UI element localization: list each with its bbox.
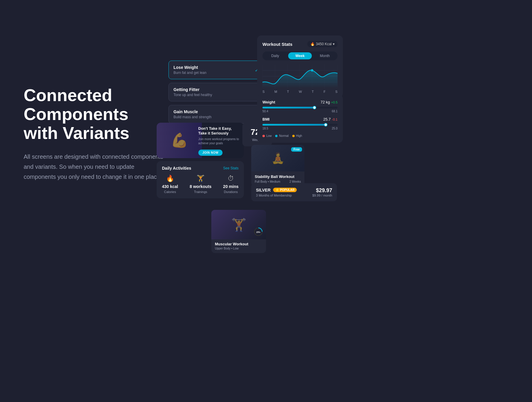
bmi-legend: Low Normal High <box>262 134 338 137</box>
muscular-workout-info: Muscular Workout Upper Body • Low <box>211 239 266 253</box>
star-icon: ⭐ <box>275 188 279 192</box>
bmi-range: 18.5 25.0 <box>262 127 338 130</box>
goal-card-gain-muscle[interactable]: Gain Muscle Build mass and strength <box>168 105 263 124</box>
muscular-workout-title: Muscular Workout <box>215 242 262 246</box>
tab-month[interactable]: Month <box>313 52 337 59</box>
weight-range: 50.4 68.1 <box>262 110 338 113</box>
legend-dot-low <box>262 135 265 137</box>
stability-category: Full Body • Medium <box>255 180 280 183</box>
legend-dot-high <box>292 135 295 137</box>
stability-workout-image: 🧘 Free <box>251 145 304 171</box>
weight-metric-label: Weight <box>262 100 275 104</box>
bmi-bar-fill <box>262 124 326 126</box>
membership-per-month: $9.99 / month <box>312 194 332 197</box>
bmi-bar-track <box>262 124 338 126</box>
bmi-bar-dot <box>324 123 327 127</box>
bmi-metric-header: BMI 25.7 -0.1 <box>262 117 338 121</box>
hero-description: All screens are designed with connected … <box>24 152 166 182</box>
day-label-m: M <box>275 90 277 93</box>
bmi-delta: -0.1 <box>332 118 338 121</box>
membership-card[interactable]: SILVER ⭐ POPULAR 3 Months of Membership … <box>251 183 337 201</box>
fire-icon-small: 🔥 <box>310 42 315 46</box>
calories-value: 430 kcal <box>162 184 178 189</box>
chevron-down-icon: ▾ <box>333 42 335 46</box>
calories-label: Calories <box>164 190 176 194</box>
day-label-f: F <box>324 90 326 93</box>
chart-svg <box>262 64 338 88</box>
popular-badge: ⭐ POPULAR <box>273 188 297 192</box>
legend-normal: Normal <box>275 134 288 137</box>
goal-card-getting-fitter[interactable]: Getting Fitter Tone up and feel healthy <box>168 83 263 101</box>
svg-text:25%: 25% <box>256 231 261 233</box>
ws-header: Workout Stats 🔥 3450 Kcal ▾ <box>262 41 338 47</box>
day-label-t1: T <box>287 90 289 93</box>
legend-dot-normal <box>275 135 278 137</box>
weight-bar-fill <box>262 107 315 108</box>
da-title: Daily Activities <box>162 166 191 171</box>
hero-section: Connected Components with Variants All s… <box>24 86 166 182</box>
membership-duration: 3 Months of Membership <box>256 194 297 197</box>
progress-circle-svg: 25% <box>253 226 264 237</box>
kcal-value: 3450 Kcal <box>316 42 332 46</box>
page-wrapper: Connected Components with Variants All s… <box>0 0 532 402</box>
promo-image: 💪 <box>157 123 202 158</box>
muscular-workout-sub: Upper Body • Low <box>215 247 262 250</box>
free-badge: Free <box>291 147 302 152</box>
bmi-metric-row: BMI 25.7 -0.1 18.5 25.0 <box>262 117 338 130</box>
stability-workout-card[interactable]: 🧘 Free Stability Ball Workout Full Body … <box>251 145 304 186</box>
goal-sub-getting-fitter: Tone up and feel healthy <box>173 93 258 97</box>
da-stats-row: 🔥 430 kcal Calories 🏋 8 workouts Trainin… <box>162 175 239 194</box>
svg-point-10 <box>311 69 313 72</box>
membership-right: $29.97 $9.99 / month <box>312 187 332 197</box>
durations-label: Durations <box>224 190 238 194</box>
goal-card-lose-weight[interactable]: Lose Weight Burn fat and get lean ✓ <box>168 61 263 79</box>
hero-title: Connected Components with Variants <box>24 86 166 142</box>
stability-duration: 2 Weeks <box>289 180 301 183</box>
tab-week[interactable]: Week <box>288 52 312 59</box>
weight-bar-dot <box>313 106 316 109</box>
weight-metric-header: Weight 72 kg +0.5 <box>262 100 338 104</box>
legend-high: High <box>292 134 302 137</box>
day-label-s2: S <box>335 90 338 93</box>
membership-price: $29.97 <box>312 187 332 194</box>
goal-title-lose-weight: Lose Weight <box>173 65 258 70</box>
legend-low: Low <box>262 134 272 137</box>
stability-workout-title: Stability Ball Workout <box>255 174 301 179</box>
ws-chart-labels: S M T W T F S <box>262 90 338 93</box>
da-stat-calories: 🔥 430 kcal Calories <box>162 175 178 194</box>
weight-bar-track <box>262 107 338 108</box>
stability-workout-meta: Full Body • Medium 2 Weeks <box>255 180 301 183</box>
promo-subtitle: Join more workout programs to achieve yo… <box>198 137 240 145</box>
ws-tabs: Daily Week Month <box>262 51 338 60</box>
goal-cards-container: Lose Weight Burn fat and get lean ✓ Gett… <box>168 61 263 124</box>
ws-kcal-badge: 🔥 3450 Kcal ▾ <box>307 41 338 47</box>
ws-chart <box>262 64 338 88</box>
goal-title-gain-muscle: Gain Muscle <box>173 109 258 114</box>
join-now-button[interactable]: JOIN NOW <box>198 150 223 156</box>
workout-stats-card: Workout Stats 🔥 3450 Kcal ▾ Daily Week M… <box>257 35 343 98</box>
da-header: Daily Activities See Stats <box>162 166 239 171</box>
weight-delta: +0.5 <box>331 100 338 104</box>
da-stat-durations: ⏱ 20 mins Durations <box>223 175 239 194</box>
day-label-w: W <box>299 90 302 93</box>
weight-metric-value: 72 kg +0.5 <box>320 100 338 104</box>
bmi-metric-label: BMI <box>262 117 270 121</box>
workouts-value: 8 workouts <box>190 184 212 189</box>
bmi-metric-value: 25.7 -0.1 <box>323 117 338 121</box>
muscular-person-icon: 🏋 <box>231 218 246 232</box>
timer-icon: ⏱ <box>228 175 234 182</box>
muscular-workout-card[interactable]: 🏋 25% Muscular Workout Upper Body • Low <box>211 210 266 253</box>
daily-activities-card: Daily Activities See Stats 🔥 430 kcal Ca… <box>157 161 244 198</box>
see-stats-link[interactable]: See Stats <box>223 166 239 170</box>
muscular-workout-image: 🏋 25% <box>211 210 266 239</box>
day-label-t2: T <box>312 90 314 93</box>
workout-person-icon: 🧘 <box>271 152 285 164</box>
weight-bmi-card: Weight 72 kg +0.5 50.4 68.1 BMI 25.7 <box>257 95 343 143</box>
workouts-label: Trainings <box>194 190 207 194</box>
promo-text-area: Don't Take it Easy, Take it Seriously Jo… <box>196 123 244 158</box>
fire-icon: 🔥 <box>166 175 174 182</box>
promo-banner: 💪 Don't Take it Easy, Take it Seriously … <box>157 123 244 158</box>
goal-title-getting-fitter: Getting Fitter <box>173 87 258 92</box>
dumbbell-icon: 🏋 <box>197 175 205 182</box>
tab-daily[interactable]: Daily <box>263 52 287 59</box>
